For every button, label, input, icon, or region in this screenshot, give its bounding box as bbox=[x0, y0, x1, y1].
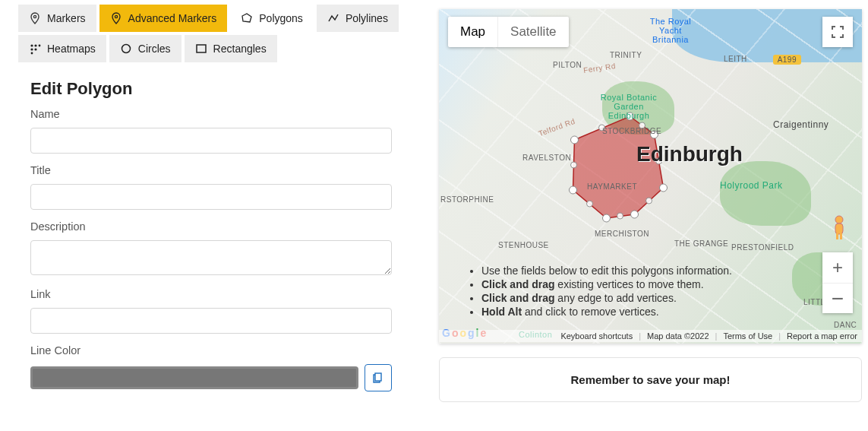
svg-point-0 bbox=[33, 15, 36, 17]
tab-polygons[interactable]: Polygons bbox=[230, 5, 314, 32]
svg-point-6 bbox=[34, 48, 36, 50]
svg-rect-9 bbox=[197, 45, 206, 52]
zoom-control: + − bbox=[822, 252, 853, 313]
tab-label: Polylines bbox=[346, 12, 388, 24]
link-input[interactable] bbox=[30, 308, 392, 334]
description-input[interactable] bbox=[30, 240, 392, 275]
shape-type-tabs: Markers Advanced Markers Polygons Polyli… bbox=[6, 0, 416, 62]
map-type-satellite[interactable]: Satellite bbox=[497, 17, 568, 47]
link-label: Link bbox=[30, 288, 392, 300]
svg-point-2 bbox=[30, 44, 33, 46]
tab-label: Rectangles bbox=[213, 43, 267, 55]
tab-circles[interactable]: Circles bbox=[109, 35, 181, 62]
fullscreen-icon bbox=[831, 25, 844, 39]
line-color-label: Line Color bbox=[30, 344, 392, 357]
tab-markers[interactable]: Markers bbox=[18, 5, 96, 32]
polygon-icon bbox=[241, 12, 253, 24]
tab-advanced-markers[interactable]: Advanced Markers bbox=[99, 5, 228, 32]
location-icon bbox=[29, 12, 41, 24]
title-label: Title bbox=[30, 164, 392, 176]
svg-rect-14 bbox=[840, 233, 842, 239]
tab-label: Markers bbox=[47, 12, 86, 24]
svg-rect-12 bbox=[835, 223, 843, 234]
svg-rect-13 bbox=[836, 233, 838, 239]
terms-link[interactable]: Terms of Use bbox=[723, 331, 772, 341]
tab-label: Heatmaps bbox=[47, 43, 96, 55]
tab-label: Advanced Markers bbox=[128, 12, 217, 24]
zoom-in-button[interactable]: + bbox=[822, 252, 853, 283]
title-input[interactable] bbox=[30, 184, 392, 210]
svg-point-1 bbox=[115, 15, 117, 17]
copy-icon bbox=[372, 372, 384, 384]
name-input[interactable] bbox=[30, 128, 392, 154]
pegman[interactable] bbox=[827, 214, 851, 241]
tab-rectangles[interactable]: Rectangles bbox=[185, 35, 277, 62]
copy-color-button[interactable] bbox=[365, 364, 392, 391]
svg-point-8 bbox=[122, 45, 130, 53]
map-type-control: Map Satellite bbox=[448, 17, 569, 47]
heatmap-icon bbox=[29, 43, 41, 55]
svg-point-3 bbox=[34, 44, 36, 46]
save-reminder: Remember to save your map! bbox=[439, 357, 862, 402]
tab-polylines[interactable]: Polylines bbox=[317, 5, 399, 32]
polygon-instructions: Use the fields below to edit this polygo… bbox=[448, 255, 763, 327]
description-label: Description bbox=[30, 220, 392, 233]
fullscreen-button[interactable] bbox=[822, 17, 853, 47]
panel-title: Edit Polygon bbox=[30, 79, 416, 99]
svg-point-11 bbox=[835, 216, 843, 223]
tab-label: Polygons bbox=[259, 12, 303, 24]
tab-label: Circles bbox=[138, 43, 171, 55]
circle-icon bbox=[120, 43, 132, 55]
report-error-link[interactable]: Report a map error bbox=[787, 331, 857, 341]
location-icon bbox=[110, 12, 122, 24]
line-color-swatch[interactable] bbox=[30, 366, 358, 389]
map-attribution: Keyboard shortcuts | Map data ©2022 | Te… bbox=[439, 330, 862, 342]
svg-rect-10 bbox=[375, 373, 381, 381]
polyline-icon bbox=[327, 12, 339, 24]
tab-heatmaps[interactable]: Heatmaps bbox=[18, 35, 106, 62]
map[interactable]: Edinburgh PILTON TRINITY LEITH STOCKBRID… bbox=[439, 9, 862, 344]
svg-point-5 bbox=[30, 48, 33, 50]
keyboard-shortcuts-link[interactable]: Keyboard shortcuts bbox=[560, 331, 633, 341]
map-type-map[interactable]: Map bbox=[448, 17, 497, 47]
rectangle-icon bbox=[195, 43, 207, 55]
zoom-out-button[interactable]: − bbox=[822, 283, 853, 313]
svg-point-4 bbox=[39, 45, 41, 47]
svg-point-7 bbox=[31, 52, 33, 55]
name-label: Name bbox=[30, 108, 392, 120]
